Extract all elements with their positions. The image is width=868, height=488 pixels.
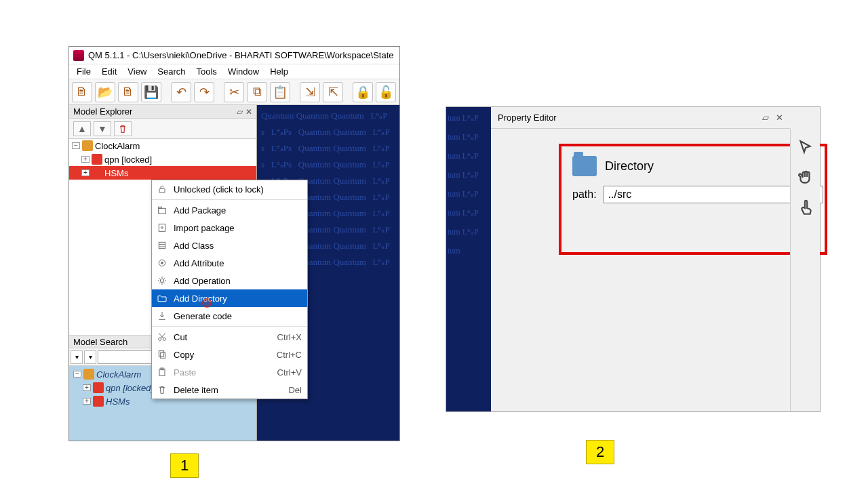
menu-search[interactable]: Search — [153, 65, 190, 78]
import-icon — [156, 222, 168, 234]
tool-cut-icon[interactable]: ✂ — [224, 82, 244, 102]
svg-rect-1 — [159, 208, 166, 214]
nav-down-icon[interactable]: ▼ — [94, 121, 111, 136]
tool-lock-icon[interactable]: 🔒 — [353, 82, 373, 102]
package-icon — [92, 167, 102, 178]
delete-icon — [156, 384, 168, 396]
tool-import-icon[interactable]: ⇱ — [323, 82, 343, 102]
copy-icon — [156, 348, 168, 361]
nav-delete-icon[interactable] — [114, 121, 132, 136]
pane-float-icon[interactable]: ▱ — [762, 113, 769, 123]
search-history-drop-icon[interactable]: ▾ — [71, 350, 83, 364]
touch-tool-icon[interactable] — [795, 197, 816, 218]
nav-up-icon[interactable]: ▲ — [73, 121, 91, 136]
menu-edit[interactable]: Edit — [97, 65, 121, 78]
ctx-paste[interactable]: PasteCtrl+V — [152, 363, 307, 381]
lock-icon — [156, 183, 168, 195]
folder-icon — [572, 156, 597, 176]
pane-close-icon[interactable]: ✕ — [245, 107, 252, 117]
ctx-add-package[interactable]: Add Package — [152, 201, 307, 219]
tool-copy-icon[interactable]: ⧉ — [247, 82, 267, 102]
svg-point-6 — [161, 262, 163, 264]
pointer-tool-icon[interactable] — [795, 137, 816, 159]
property-editor-header: Property Editor ▱ ✕ — [491, 107, 790, 129]
explorer-toolbar: ▲ ▼ — [69, 119, 256, 139]
ctx-import-package[interactable]: Import package — [152, 219, 307, 237]
ctx-delete-item[interactable]: Delete itemDel — [152, 381, 307, 399]
folder-icon — [156, 292, 168, 304]
svg-rect-11 — [159, 351, 163, 357]
callout-2: 2 — [586, 440, 614, 464]
package-icon — [156, 204, 168, 216]
locked-package-icon — [93, 382, 104, 393]
tool-new-icon[interactable]: 🗎 — [72, 82, 92, 102]
svg-rect-0 — [159, 188, 165, 192]
menu-help[interactable]: Help — [265, 65, 293, 78]
tool-undo-icon[interactable]: ↶ — [171, 82, 191, 102]
package-icon — [83, 369, 94, 380]
operation-icon — [156, 274, 168, 287]
cut-icon — [156, 331, 168, 343]
ctx-add-directory[interactable]: Add Directory — [152, 289, 307, 307]
context-menu: Unlocked (click to lock)Add PackageImpor… — [151, 180, 308, 399]
window-title: QM 5.1.1 - C:\Users\nieki\OneDrive - BHA… — [88, 50, 394, 60]
svg-rect-4 — [159, 242, 165, 248]
property-panel: tum LᵉₐP tum LᵉₐP tum LᵉₐP tum LᵉₐP tum … — [446, 106, 821, 412]
menu-view[interactable]: View — [123, 65, 151, 78]
tool-redo-icon[interactable]: ↷ — [194, 82, 214, 102]
property-editor-title: Property Editor — [498, 113, 557, 123]
ctx-cut[interactable]: CutCtrl+X — [152, 328, 307, 346]
model-search-title: Model Search — [73, 337, 127, 347]
tool-save-icon[interactable]: 💾 — [141, 82, 161, 102]
attribute-icon — [156, 257, 168, 269]
package-icon — [93, 396, 104, 407]
svg-rect-10 — [160, 352, 165, 358]
tool-unlock-icon[interactable]: 🔓 — [376, 82, 396, 102]
model-explorer-header: Model Explorer ▱ ✕ — [69, 105, 256, 119]
hand-tool-icon[interactable] — [795, 167, 816, 188]
menubar: File Edit View Search Tools Window Help — [69, 64, 399, 79]
tool-paste-icon[interactable]: 📋 — [270, 82, 290, 102]
paste-icon — [156, 366, 168, 378]
pane-close-icon[interactable]: ✕ — [776, 113, 783, 123]
svg-point-7 — [160, 279, 163, 282]
ctx-add-attribute[interactable]: Add Attribute — [152, 254, 307, 272]
tree-row-selected[interactable]: + HSMs — [69, 166, 256, 180]
menu-tools[interactable]: Tools — [192, 65, 222, 78]
ctx-add-class[interactable]: Add Class — [152, 237, 307, 254]
tree-row[interactable]: − ClockAlarm — [69, 139, 256, 152]
package-icon — [82, 140, 93, 151]
ctx-add-operation[interactable]: Add Operation — [152, 272, 307, 289]
path-label: path: — [572, 188, 597, 201]
tool-saveas-icon[interactable]: 🗎 — [118, 82, 138, 102]
pane-float-icon[interactable]: ▱ — [237, 107, 243, 117]
model-explorer-title: Model Explorer — [73, 106, 132, 117]
ctx-copy[interactable]: CopyCtrl+C — [152, 346, 307, 363]
class-icon — [156, 239, 168, 251]
app-icon — [73, 50, 84, 61]
tool-open-icon[interactable]: 📂 — [95, 82, 115, 102]
search-mode-drop-icon[interactable]: ▾ — [84, 350, 96, 364]
svg-rect-2 — [159, 207, 162, 208]
titlebar: QM 5.1.1 - C:\Users\nieki\OneDrive - BHA… — [69, 47, 399, 64]
toolbar: 🗎 📂 🗎 💾 ↶ ↷ ✂ ⧉ 📋 ⇲ ⇱ 🔒 🔓 — [69, 79, 399, 105]
tool-export-icon[interactable]: ⇲ — [300, 82, 320, 102]
tree-row[interactable]: + qpn [locked] — [69, 152, 256, 166]
right-toolbar — [790, 129, 820, 411]
canvas-strip: tum LᵉₐP tum LᵉₐP tum LᵉₐP tum LᵉₐP tum … — [446, 107, 491, 411]
generate-icon — [156, 310, 168, 322]
property-kind-label: Directory — [605, 159, 654, 174]
menu-window[interactable]: Window — [223, 65, 264, 78]
menu-file[interactable]: File — [72, 65, 96, 78]
locked-package-icon — [92, 154, 102, 165]
callout-1: 1 — [170, 453, 199, 478]
ctx-unlocked-click-to-lock-[interactable]: Unlocked (click to lock) — [152, 180, 307, 198]
ctx-generate-code[interactable]: Generate code — [152, 307, 307, 325]
